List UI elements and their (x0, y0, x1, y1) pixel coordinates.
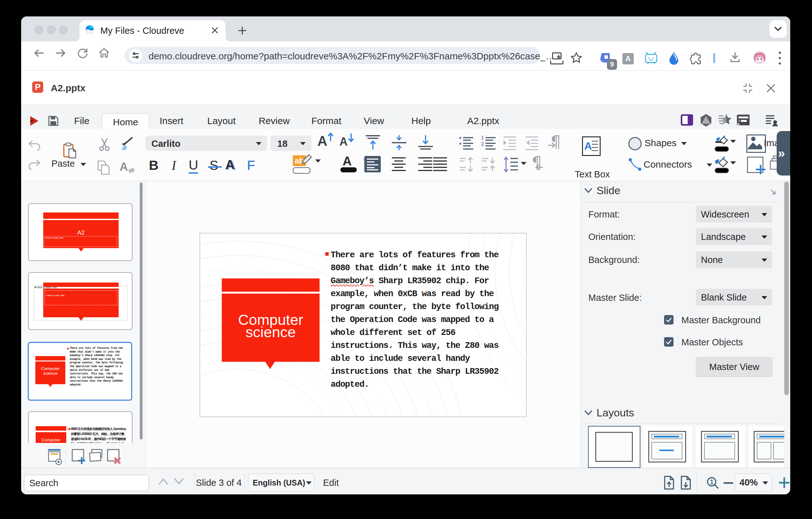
svg-text:1: 1 (710, 478, 714, 486)
svg-text:2: 2 (481, 141, 484, 147)
svg-text:1: 1 (481, 136, 484, 140)
